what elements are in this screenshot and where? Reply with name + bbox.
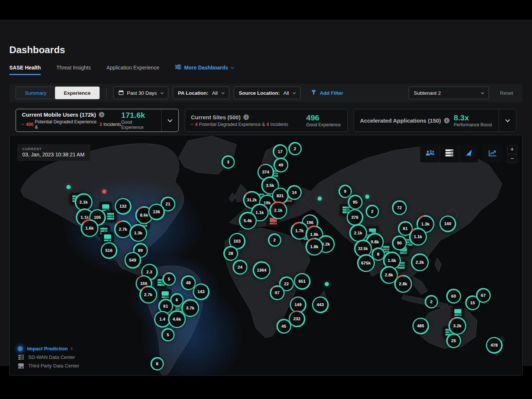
site-count-badge[interactable]: 478 xyxy=(486,337,503,354)
third-party-datacenter-icon[interactable] xyxy=(101,232,114,244)
subtenant-dropdown[interactable]: Subtenant 2 xyxy=(409,87,489,99)
info-icon[interactable] xyxy=(243,114,249,120)
site-count-badge[interactable]: 97 xyxy=(270,285,285,300)
site-count-badge[interactable]: 67 xyxy=(476,288,491,303)
info-icon[interactable] xyxy=(99,112,104,117)
site-count-badge[interactable]: 140 xyxy=(439,215,456,232)
site-count-badge[interactable]: 3.2k xyxy=(448,317,466,335)
tab-application-experience[interactable]: Application Experience xyxy=(106,65,159,75)
site-dot[interactable] xyxy=(66,185,71,189)
site-count-badge[interactable]: 443 xyxy=(312,296,329,313)
site-count-badge[interactable]: 90 xyxy=(392,236,407,250)
sdwan-datacenter-icon[interactable] xyxy=(104,210,117,222)
info-icon[interactable] xyxy=(444,118,450,123)
divider xyxy=(106,88,107,98)
site-count-badge[interactable]: 14 xyxy=(287,185,302,200)
add-filter-button[interactable]: Add Filter xyxy=(311,90,343,96)
prisma-access-layer-button[interactable] xyxy=(459,145,478,162)
site-count-badge[interactable]: 2.1k xyxy=(349,224,367,242)
badge-count: 1364 xyxy=(257,268,266,272)
site-dot[interactable] xyxy=(318,197,322,201)
site-dot[interactable] xyxy=(365,195,369,199)
badge-count: 22 xyxy=(284,282,289,286)
card-expand-button[interactable] xyxy=(499,109,516,132)
source-location-dropdown[interactable]: Source Location: All xyxy=(234,87,301,99)
badge-count: 21 xyxy=(166,202,171,206)
site-count-badge[interactable]: 2.7k xyxy=(114,220,132,238)
site-count-badge[interactable]: 143 xyxy=(193,283,210,300)
trends-button[interactable] xyxy=(483,145,502,162)
badge-count: 28 xyxy=(228,251,233,256)
site-count-badge[interactable]: 516 xyxy=(101,242,117,259)
site-count-badge[interactable]: 651 xyxy=(294,273,311,290)
site-count-badge[interactable]: 24 xyxy=(233,260,247,275)
site-count-badge[interactable]: 3 xyxy=(221,155,235,169)
badge-count: 232 xyxy=(293,317,300,321)
site-count-badge[interactable]: 132 xyxy=(115,198,132,215)
site-count-badge[interactable]: 5.4k xyxy=(239,212,257,230)
card-accelerated-applications[interactable]: Accelerated Applications (150) 8.3x Perf… xyxy=(354,109,516,132)
site-count-badge[interactable]: 2.1k xyxy=(269,201,287,219)
date-range-dropdown[interactable]: Past 30 Days xyxy=(113,87,168,99)
chevron-down-icon xyxy=(231,65,234,69)
badge-count: 8 xyxy=(156,361,158,366)
site-count-badge[interactable]: 9 xyxy=(338,185,352,198)
site-count-badge[interactable]: 549 xyxy=(124,252,141,269)
site-count-badge[interactable]: 376 xyxy=(347,209,363,226)
site-count-badge[interactable]: 2 xyxy=(268,233,281,247)
site-count-badge[interactable]: 45 xyxy=(276,319,291,334)
card-expand-button[interactable] xyxy=(161,109,178,132)
map-zoom-controls: + − xyxy=(507,145,517,163)
site-count-badge[interactable]: 1.1k xyxy=(409,228,427,246)
summary-toggle[interactable]: Summary xyxy=(16,87,55,99)
site-count-badge[interactable]: 28 xyxy=(223,246,238,261)
badge-count: 45 xyxy=(282,324,286,328)
zoom-out-button[interactable]: − xyxy=(507,154,517,163)
pa-location-dropdown[interactable]: PA Location: All xyxy=(173,87,229,99)
current-timestamp: CURRENT 03, Jan, 2023 10:38:21 AM xyxy=(17,144,90,161)
card-current-sites[interactable]: Current Sites (500) 4 Potential Degraded… xyxy=(185,109,348,132)
site-count-badge[interactable]: 2 xyxy=(288,142,302,155)
more-dashboards-menu[interactable]: More Dashboards xyxy=(175,64,234,75)
mobile-users-layer-button[interactable] xyxy=(420,145,439,162)
site-count-badge[interactable]: 675k xyxy=(357,254,375,272)
site-count-badge[interactable]: 60 xyxy=(446,289,461,304)
site-count-badge[interactable]: 136 xyxy=(148,204,165,220)
site-count-badge[interactable]: 2.7k xyxy=(139,286,157,304)
site-count-badge[interactable]: 49 xyxy=(273,158,288,172)
site-count-badge[interactable]: 2 xyxy=(366,205,379,218)
badge-count: 143 xyxy=(197,289,204,294)
site-count-badge[interactable]: 2 xyxy=(425,295,438,308)
site-count-badge[interactable]: 5 xyxy=(162,272,176,286)
site-count-badge[interactable]: 1.6k xyxy=(81,219,98,237)
tab-sase-health[interactable]: SASE Health xyxy=(9,65,41,75)
site-count-badge[interactable]: 2.2k xyxy=(411,253,429,271)
site-count-badge[interactable]: 17 xyxy=(273,144,288,159)
site-count-badge[interactable]: 72 xyxy=(392,200,407,215)
site-count-badge[interactable]: 2.8k xyxy=(394,275,412,293)
tab-threat-insights[interactable]: Threat Insights xyxy=(56,65,91,75)
card-current-mobile-users[interactable]: Current Mobile Users (172k) 400 Potentia… xyxy=(16,109,179,132)
site-count-badge[interactable]: 1.8k xyxy=(305,238,323,256)
data-centers-layer-button[interactable] xyxy=(439,145,459,162)
world-map[interactable]: 2.1k132211.1k1058.6k1361.6k2.7k1.3k51689… xyxy=(9,135,523,376)
site-count-badge[interactable]: 4.6k xyxy=(168,310,186,328)
impact-prediction-icon xyxy=(18,346,23,351)
map-overlay: 2.1k132211.1k1058.6k1361.6k2.7k1.3k51689… xyxy=(10,135,523,376)
legend-impact-prediction[interactable]: Impact Prediction xyxy=(18,344,79,353)
reset-button[interactable]: Reset xyxy=(500,90,513,96)
badge-count: 1.6k xyxy=(85,226,94,230)
site-count-badge[interactable]: 25 xyxy=(446,333,461,348)
site-count-badge[interactable]: 485 xyxy=(412,318,429,334)
zoom-in-button[interactable]: + xyxy=(507,145,517,154)
site-count-badge[interactable]: 1364 xyxy=(253,261,270,279)
site-dot[interactable] xyxy=(325,282,329,286)
site-count-badge[interactable]: 5 xyxy=(161,328,175,341)
badge-count: 156 xyxy=(140,281,147,286)
alert-dot[interactable] xyxy=(102,189,106,194)
source-location-value: All xyxy=(283,90,289,96)
site-count-badge[interactable]: 1.3k xyxy=(129,224,147,242)
experience-toggle[interactable]: Experience xyxy=(55,87,100,99)
site-count-badge[interactable]: 8 xyxy=(150,357,164,370)
site-count-badge[interactable]: 95 xyxy=(348,195,363,210)
